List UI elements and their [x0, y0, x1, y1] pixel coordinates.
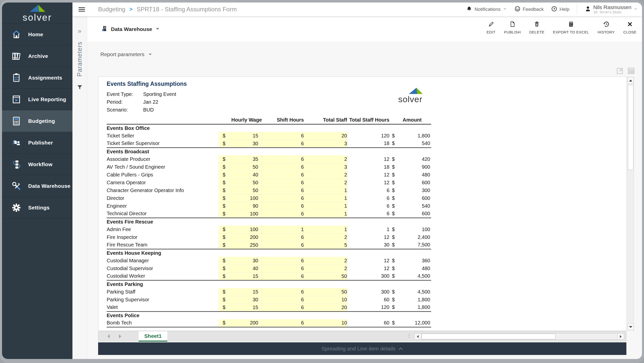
close-button[interactable]: CLOSE [623, 20, 636, 34]
scroll-left-button[interactable] [415, 334, 421, 339]
total-staff-cell[interactable]: 2 [304, 257, 347, 265]
shift-hours-cell[interactable]: 6 [262, 171, 304, 179]
shift-hours-cell[interactable]: 6 [262, 288, 304, 296]
shift-hours-cell[interactable]: 6 [262, 163, 304, 171]
total-staff-cell[interactable]: 2 [304, 179, 347, 187]
spreading-details-bar[interactable]: Spreading and Line item details [98, 342, 626, 355]
hourly-wage-cell[interactable]: $40 [219, 171, 262, 179]
sidebar-item-home[interactable]: Home [2, 24, 72, 45]
user-menu[interactable]: Nils Rasmussen 16. Sports Demo [585, 4, 638, 14]
shift-hours-cell[interactable]: 6 [262, 187, 304, 194]
hourly-wage-cell[interactable]: $30 [219, 257, 262, 265]
total-staff-cell[interactable]: 2 [304, 265, 347, 272]
hourly-wage-cell[interactable]: $50 [219, 187, 262, 194]
scroll-down-button[interactable] [628, 323, 634, 330]
total-staff-cell[interactable]: 10 [304, 319, 347, 327]
data-source-selector[interactable]: Data Warehouse [101, 25, 160, 33]
horizontal-scrollbar-thumb[interactable] [422, 334, 555, 339]
total-staff-cell[interactable]: 50 [304, 288, 347, 296]
hourly-wage-cell[interactable]: $15 [219, 288, 262, 296]
shift-hours-cell[interactable]: 6 [262, 272, 304, 280]
popout-icon[interactable] [616, 67, 624, 76]
expand-panel-icon[interactable]: » [72, 27, 87, 35]
sidebar-item-live-reporting[interactable]: Live Reporting [2, 89, 72, 110]
shift-hours-cell[interactable]: 6 [262, 202, 304, 210]
edit-button[interactable]: EDIT [487, 20, 495, 34]
total-staff-cell[interactable]: 1 [304, 210, 347, 218]
total-staff-cell[interactable]: 2 [304, 171, 347, 179]
shift-hours-cell[interactable]: 6 [262, 194, 304, 202]
hourly-wage-cell[interactable]: $50 [219, 179, 262, 187]
total-staff-cell[interactable]: 1 [304, 194, 347, 202]
vertical-scrollbar-thumb[interactable] [628, 85, 633, 170]
publish-button[interactable]: PUBLISH [504, 20, 521, 34]
shift-hours-cell[interactable]: 6 [262, 265, 304, 272]
shift-hours-cell[interactable]: 6 [262, 155, 304, 163]
shift-hours-cell[interactable]: 6 [262, 179, 304, 187]
report-parameters-toggle[interactable]: Report parameters [100, 51, 152, 57]
total-staff-cell[interactable]: 3 [304, 163, 347, 171]
grid-view-icon[interactable] [627, 67, 635, 76]
hourly-wage-cell[interactable]: $100 [219, 210, 262, 218]
shift-hours-cell[interactable]: 6 [262, 304, 304, 311]
sheet-next-icon[interactable] [119, 334, 121, 338]
hourly-wage-cell[interactable]: $100 [219, 194, 262, 202]
help-button[interactable]: ? Help [551, 6, 569, 13]
feedback-button[interactable]: Feedback [514, 6, 544, 13]
hourly-wage-cell[interactable]: $15 [219, 304, 262, 311]
sidebar-item-assignments[interactable]: Assignments [2, 67, 72, 89]
total-staff-cell[interactable]: 2 [304, 233, 347, 241]
sidebar-item-budgeting[interactable]: Budgeting [2, 110, 72, 132]
sidebar-item-archive[interactable]: Archive [2, 45, 72, 67]
hourly-wage-cell[interactable]: $15 [219, 132, 262, 140]
shift-hours-cell[interactable]: 6 [262, 233, 304, 241]
total-staff-cell[interactable]: 1 [304, 187, 347, 194]
shift-hours-cell[interactable]: 6 [262, 319, 304, 327]
sidebar-item-settings[interactable]: Settings [2, 197, 72, 219]
filter-icon[interactable] [72, 84, 87, 92]
hourly-wage-cell[interactable]: $30 [219, 296, 262, 304]
total-staff-cell[interactable]: 20 [304, 132, 347, 140]
total-staff-cell[interactable]: 1 [304, 202, 347, 210]
total-staff-cell[interactable]: 1 [304, 226, 347, 233]
breadcrumb-section[interactable]: Budgeting [98, 6, 125, 13]
shift-hours-cell[interactable]: 6 [262, 210, 304, 218]
vertical-scrollbar[interactable] [627, 77, 634, 331]
shift-hours-cell[interactable]: 6 [262, 296, 304, 304]
shift-hours-cell[interactable]: 6 [262, 140, 304, 148]
hourly-wage-cell[interactable]: $90 [219, 202, 262, 210]
sidebar-item-data-warehouse[interactable]: Data Warehouse [2, 175, 72, 197]
horizontal-scrollbar[interactable] [414, 333, 624, 340]
hourly-wage-cell[interactable]: $200 [219, 233, 262, 241]
hourly-wage-cell[interactable]: $30 [219, 140, 262, 148]
sheet-tab[interactable]: Sheet1 [139, 331, 167, 342]
total-staff-cell[interactable]: 2 [304, 155, 347, 163]
scroll-up-button[interactable] [628, 77, 634, 84]
total-staff-cell[interactable]: 20 [304, 304, 347, 311]
shift-hours-cell[interactable]: 1 [262, 226, 304, 233]
total-staff-cell[interactable]: 50 [304, 272, 347, 280]
export-to-excel-button[interactable]: xEXPORT TO EXCEL [553, 20, 589, 34]
hourly-wage-cell[interactable]: $40 [219, 265, 262, 272]
shift-hours-cell[interactable]: 6 [262, 132, 304, 140]
sidebar-item-workflow[interactable]: Workflow [2, 154, 72, 175]
shift-hours-cell[interactable]: 6 [262, 257, 304, 265]
total-staff-cell[interactable]: 5 [304, 241, 347, 249]
menu-icon[interactable] [78, 6, 85, 13]
total-staff-cell[interactable]: 10 [304, 296, 347, 304]
notifications-button[interactable]: Notifications [466, 6, 507, 13]
delete-button[interactable]: DELETE [529, 20, 544, 34]
sheet-prev-icon[interactable] [107, 334, 110, 338]
hourly-wage-cell[interactable]: $250 [219, 241, 262, 249]
hourly-wage-cell[interactable]: $50 [219, 163, 262, 171]
history-button[interactable]: HISTORY [597, 20, 615, 34]
drag-handle-icon[interactable] [409, 334, 410, 338]
hourly-wage-cell[interactable]: $100 [219, 226, 262, 233]
hourly-wage-cell[interactable]: $15 [219, 272, 262, 280]
total-staff-cell[interactable]: 3 [304, 140, 347, 148]
shift-hours-cell[interactable]: 6 [262, 241, 304, 249]
sidebar-item-publisher[interactable]: Publisher [2, 132, 72, 154]
scroll-right-button[interactable] [617, 334, 624, 339]
hourly-wage-cell[interactable]: $35 [219, 155, 262, 163]
hourly-wage-cell[interactable]: $200 [219, 319, 262, 327]
